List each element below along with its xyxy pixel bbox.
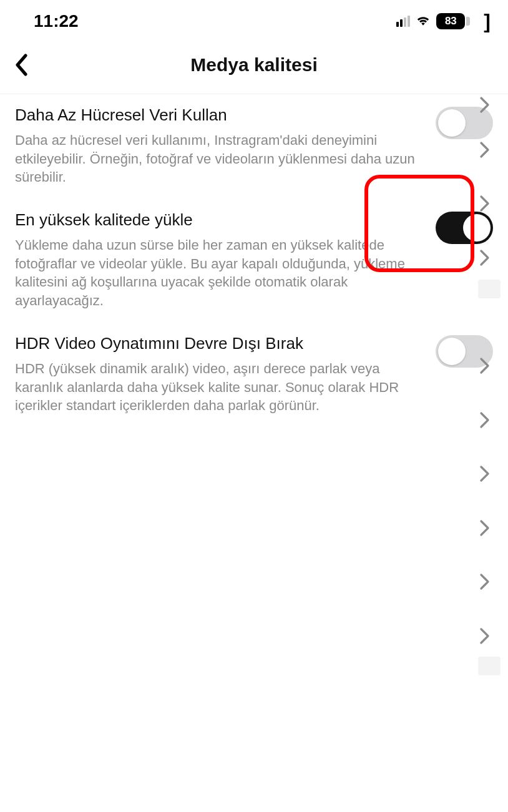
status-bar: 11:22 83 ] bbox=[0, 0, 508, 39]
background-block bbox=[478, 657, 501, 675]
background-block bbox=[478, 280, 501, 298]
chevron-right-icon[interactable] bbox=[479, 139, 491, 161]
navbar: Medya kalitesi bbox=[0, 39, 508, 94]
setting-title: HDR Video Oynatımını Devre Dışı Bırak bbox=[15, 334, 423, 353]
page-title: Medya kalitesi bbox=[190, 54, 317, 76]
chevron-right-icon[interactable] bbox=[479, 94, 491, 116]
chevron-right-icon[interactable] bbox=[479, 409, 491, 431]
chevron-right-icon[interactable] bbox=[479, 247, 491, 269]
chevron-right-icon[interactable] bbox=[479, 625, 491, 647]
chevron-left-icon bbox=[14, 54, 28, 76]
setting-less-cellular-data: Daha Az Hücresel Veri Kullan Daha az hüc… bbox=[15, 105, 493, 204]
setting-upload-highest-quality: En yüksek kalitede yükle Yükleme daha uz… bbox=[15, 210, 493, 328]
setting-title: En yüksek kalitede yükle bbox=[15, 210, 423, 230]
chevron-right-icon[interactable] bbox=[479, 570, 491, 593]
status-time: 11:22 bbox=[34, 11, 79, 31]
setting-description: Daha az hücresel veri kullanımı, Instrag… bbox=[15, 131, 423, 187]
chevron-right-icon[interactable] bbox=[479, 462, 491, 485]
cellular-signal-icon bbox=[396, 16, 410, 27]
overlay-glyph: ] bbox=[484, 10, 491, 33]
wifi-icon bbox=[415, 14, 431, 29]
battery-icon: 83 bbox=[436, 13, 465, 29]
chevron-right-icon[interactable] bbox=[479, 192, 491, 215]
toggle-upload-highest-quality[interactable] bbox=[436, 212, 493, 244]
status-icons: 83 ] bbox=[396, 10, 491, 33]
setting-description: Yükleme daha uzun sürse bile her zaman e… bbox=[15, 236, 423, 310]
chevron-right-icon[interactable] bbox=[479, 355, 491, 377]
setting-description: HDR (yüksek dinamik aralık) video, aşırı… bbox=[15, 360, 423, 415]
back-button[interactable] bbox=[7, 51, 35, 79]
battery-percent: 83 bbox=[445, 15, 457, 27]
setting-title: Daha Az Hücresel Veri Kullan bbox=[15, 105, 423, 125]
chevron-right-icon[interactable] bbox=[479, 517, 491, 539]
settings-list: Daha Az Hücresel Veri Kullan Daha az hüc… bbox=[0, 94, 508, 433]
setting-disable-hdr-playback: HDR Video Oynatımını Devre Dışı Bırak HD… bbox=[15, 334, 493, 433]
